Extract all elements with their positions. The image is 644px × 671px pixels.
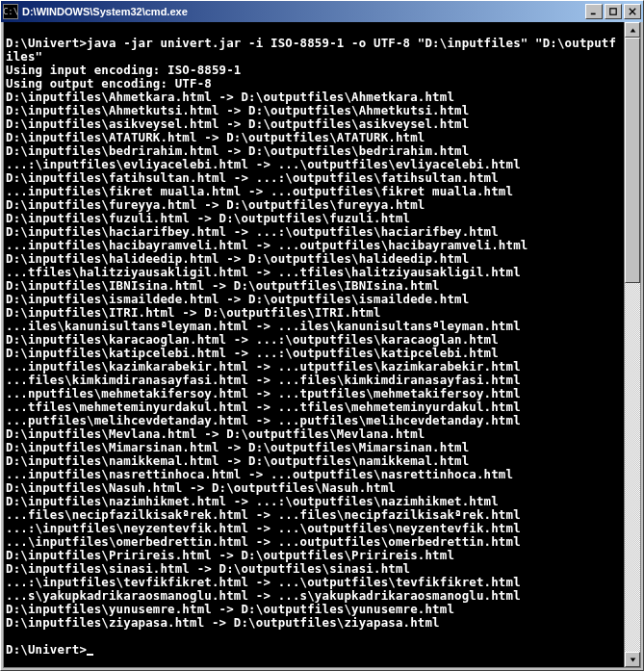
minimize-icon [590, 8, 598, 15]
svg-rect-1 [610, 9, 616, 14]
maximize-icon [609, 8, 617, 15]
window-frame: C:\ D:\WINDOWS\System32\cmd.exe D:\Unive… [0, 0, 644, 671]
scrollbar-thumb[interactable] [625, 38, 640, 283]
triangle-down-icon [630, 657, 636, 663]
triangle-up-icon [630, 27, 636, 34]
vertical-scrollbar[interactable] [624, 22, 640, 667]
cmd-icon: C:\ [3, 4, 18, 19]
window-title: D:\WINDOWS\System32\cmd.exe [22, 6, 585, 17]
scrollbar-track[interactable] [625, 38, 640, 652]
titlebar[interactable]: C:\ D:\WINDOWS\System32\cmd.exe [1, 1, 643, 22]
cmd-icon-text: C:\ [3, 7, 18, 16]
maximize-button[interactable] [605, 4, 622, 19]
title-button-group [585, 4, 641, 19]
scroll-up-button[interactable] [625, 22, 640, 38]
minimize-button[interactable] [585, 4, 603, 19]
client-area: D:\Univert>java -jar univert.jar -i ISO-… [3, 22, 641, 668]
console-output[interactable]: D:\Univert>java -jar univert.jar -i ISO-… [4, 22, 624, 667]
text-cursor [87, 654, 93, 656]
scroll-down-button[interactable] [625, 652, 640, 667]
svg-rect-0 [591, 13, 596, 15]
close-icon [629, 8, 636, 15]
close-button[interactable] [624, 4, 641, 19]
